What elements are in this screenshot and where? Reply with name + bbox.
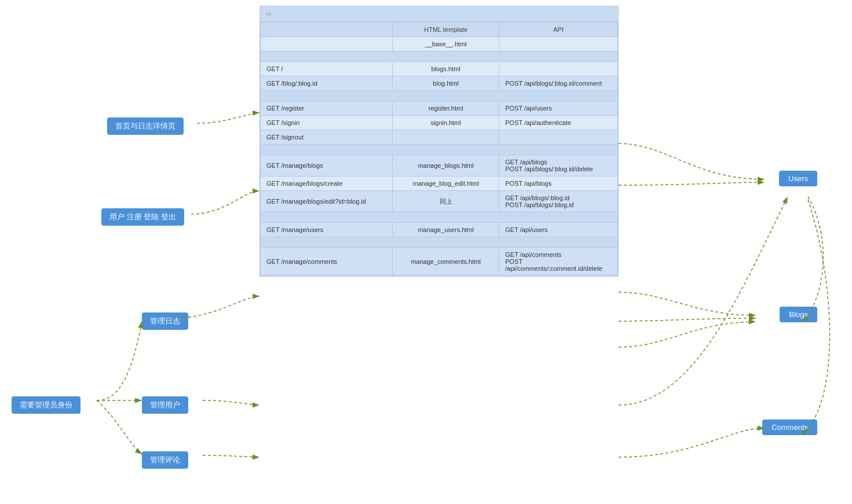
route-cell [261, 37, 393, 51]
table-row: GET /manage/blogs/create manage_blog_edi… [261, 176, 618, 191]
routes-table: HTML template API __base__.html GET / bl… [260, 22, 618, 276]
arrow-manage-comments-to-table [203, 455, 259, 457]
arrow-users-to-blogs [808, 197, 823, 315]
route-cell: GET / [261, 62, 393, 76]
html-cell: manage_blog_edit.html [393, 176, 499, 191]
arrow-edit-to-blogs [619, 322, 756, 347]
blogs-api-box: Blogs [780, 307, 817, 322]
api-cell: GET /api/commentsPOST /api/comments/:com… [499, 248, 618, 276]
route-cell: GET /manage/blogs/edit?id=blog.id [261, 191, 393, 212]
api-cell [499, 130, 618, 145]
route-cell: GET /manage/blogs [261, 155, 393, 176]
arrow-manage-users-to-table [203, 400, 259, 405]
comments-api-box: Comments [762, 420, 817, 435]
route-cell: GET /blog/:blog.id [261, 76, 393, 91]
route-cell: GET /signout [261, 130, 393, 145]
arrow-admin-to-manage-comments [97, 400, 142, 454]
api-cell: POST /api/authenticate [499, 116, 618, 130]
manage-users-label: 管理用户 [142, 396, 188, 414]
col-header-route [261, 23, 393, 37]
users-api-box: Users [779, 171, 817, 186]
arrow-users-to-table [191, 191, 259, 214]
api-cell: GET /api/users [499, 223, 618, 237]
spacer-row [261, 145, 618, 155]
arrow-register-to-users [619, 182, 765, 185]
html-cell: signin.html [393, 116, 499, 130]
api-cell [499, 62, 618, 76]
html-cell [393, 130, 499, 145]
col-header-html: HTML template [393, 23, 499, 37]
api-cell: GET /api/blogs/:blog.idPOST /api/blogs/:… [499, 191, 618, 212]
html-cell: blogs.html [393, 62, 499, 76]
table-row: GET /signout [261, 130, 618, 145]
manage-blogs-label: 管理日志 [142, 312, 188, 330]
table-row: GET /blog/:blog.id blog.html POST /api/b… [261, 76, 618, 91]
main-table-container: ⇨ HTML template API __base__.html GET / … [259, 6, 619, 277]
api-cell: GET /api/blogsPOST /api/blogs/:blog.id/d… [499, 155, 618, 176]
route-cell: GET /manage/comments [261, 248, 393, 276]
homepage-label: 首页与日志详情页 [107, 117, 184, 135]
html-cell: blog.html [393, 76, 499, 91]
table-row: GET / blogs.html [261, 62, 618, 76]
arrow-admin-to-manage-blogs [97, 321, 142, 400]
col-header-api: API [499, 23, 618, 37]
manage-comments-label: 管理评论 [142, 451, 188, 469]
api-cell [499, 37, 618, 51]
html-cell: manage_users.html [393, 223, 499, 237]
html-cell: manage_blogs.html [393, 155, 499, 176]
arrow-homepage-to-table [197, 113, 259, 123]
html-cell: register.html [393, 101, 499, 116]
needs-admin-label: 需要管理员身份 [12, 396, 81, 414]
table-row: GET /register register.html POST /api/us… [261, 101, 618, 116]
arrow-manage-blogs-api-to-blogs [619, 292, 756, 315]
table-row: GET /manage/users manage_users.html GET … [261, 223, 618, 237]
api-cell: POST /api/users [499, 101, 618, 116]
html-cell: 同上 [393, 191, 499, 212]
spacer-row [261, 91, 618, 101]
arrow-blogid-to-users [619, 144, 765, 179]
users-section-label: 用户 注册 登陆 登出 [101, 208, 184, 226]
table-row: GET /manage/blogs/edit?id=blog.id 同上 GET… [261, 191, 618, 212]
arrow-manage-users-api-to-users [619, 197, 788, 405]
table-row: GET /signin signin.html POST /api/authen… [261, 116, 618, 130]
table-row: GET /manage/blogs manage_blogs.html GET … [261, 155, 618, 176]
table-top-bar: ⇨ [260, 6, 618, 22]
route-cell: GET /signin [261, 116, 393, 130]
arrow-create-to-blogs [619, 318, 756, 321]
spacer-row [261, 212, 618, 223]
route-cell: GET /manage/blogs/create [261, 176, 393, 191]
spacer-row [261, 237, 618, 248]
spacer-row [261, 51, 618, 62]
route-cell: GET /manage/users [261, 223, 393, 237]
html-cell: manage_comments.html [393, 248, 499, 276]
api-cell: POST /api/blogs [499, 176, 618, 191]
api-cell: POST /api/blogs/:blog.id/comment [499, 76, 618, 91]
arrow-manage-comments-to-comments [619, 428, 765, 457]
table-icon: ⇨ [266, 10, 272, 18]
table-row: __base__.html [261, 37, 618, 51]
route-cell: GET /register [261, 101, 393, 116]
html-cell: __base__.html [393, 37, 499, 51]
table-row: GET /manage/comments manage_comments.htm… [261, 248, 618, 276]
